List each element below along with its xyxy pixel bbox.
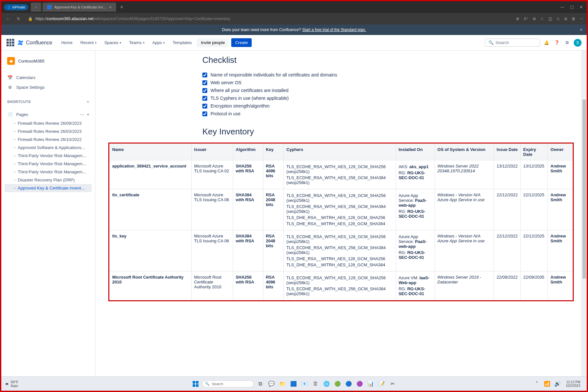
app-icon[interactable]: 📊 bbox=[366, 379, 375, 388]
bullet-icon: • bbox=[14, 138, 15, 141]
minimize-icon[interactable]: — bbox=[560, 5, 564, 9]
shortcuts-header: SHORTCUTS + bbox=[5, 97, 92, 106]
confluence-logo[interactable]: Confluence bbox=[17, 39, 52, 46]
sidebar-page-link[interactable]: •Firewall Rules Review 26/09/2023 bbox=[5, 119, 92, 127]
read-aloud-icon[interactable]: A⁺ bbox=[524, 17, 528, 21]
checkbox[interactable] bbox=[202, 88, 207, 93]
key-inventory-title: Key Inventory bbox=[202, 127, 559, 137]
checkbox[interactable] bbox=[202, 111, 207, 116]
bullet-icon: • bbox=[14, 162, 15, 165]
start-icon[interactable] bbox=[191, 379, 200, 388]
more-icon[interactable]: ⋯ bbox=[580, 17, 583, 21]
back-icon[interactable]: ← bbox=[5, 15, 12, 22]
nav-templates[interactable]: Templates bbox=[170, 38, 194, 47]
checklist-item: TLS Cyphers in use (where applicable) bbox=[202, 94, 559, 102]
checkbox[interactable] bbox=[202, 80, 207, 85]
checklist-title: Checklist bbox=[202, 55, 559, 65]
sidebar-page-link[interactable]: •Third-Party Vendor Risk Managem… bbox=[5, 152, 92, 160]
browser-titlebar: 👤 InPrivate ▫ Approved Key & Certificate… bbox=[1, 1, 587, 13]
tray-volume-icon[interactable]: 🔊 bbox=[553, 379, 562, 388]
translate-icon[interactable]: ⧉ bbox=[533, 17, 536, 21]
table-row: tls_keyMicrosoft Azure TLS Issuing CA 06… bbox=[110, 230, 573, 271]
gear-icon: ⚙ bbox=[7, 84, 13, 90]
checkbox[interactable] bbox=[202, 104, 207, 109]
sidebar-page-link[interactable]: •Third-Party Vendor Risk Managem… bbox=[5, 168, 92, 176]
nav-apps[interactable]: Apps▾ bbox=[150, 38, 168, 47]
extensions-icon[interactable]: ⊞ bbox=[572, 17, 575, 21]
sidebar-page-link[interactable]: •Approved Software & Applications… bbox=[5, 144, 92, 152]
taskview-icon[interactable]: ⧉ bbox=[256, 379, 265, 388]
collections-icon[interactable]: ⧉ bbox=[564, 17, 567, 21]
nav-spaces[interactable]: Spaces▾ bbox=[102, 38, 124, 47]
taskbar-clock[interactable]: 12:12 PM 10/2/2023 bbox=[563, 380, 583, 387]
space-name[interactable]: ◆ ContosoM365 bbox=[5, 54, 92, 67]
app-icon[interactable]: 📝 bbox=[377, 379, 386, 388]
app-icon[interactable]: ✂ bbox=[388, 379, 397, 388]
svg-rect-1 bbox=[196, 381, 198, 384]
refresh-icon[interactable]: ↻ bbox=[15, 15, 22, 22]
weather-icon: 🌧 bbox=[5, 382, 9, 386]
add-page-icon[interactable]: + bbox=[87, 112, 89, 117]
checkbox[interactable] bbox=[202, 73, 207, 77]
sidebar-page-link[interactable]: •Firewall Rules Review 26/10/2022 bbox=[5, 135, 92, 144]
taskbar-search[interactable]: Search bbox=[202, 380, 254, 387]
taskbar-weather[interactable]: 🌧 58°F Rain bbox=[5, 380, 18, 388]
sidebar-space-settings[interactable]: ⚙ Space Settings bbox=[5, 82, 92, 92]
nav-recent[interactable]: Recent▾ bbox=[78, 38, 99, 47]
tray-wifi-icon[interactable]: 📶 bbox=[543, 379, 552, 388]
scrollbar-thumb[interactable] bbox=[582, 99, 586, 279]
add-shortcut-icon[interactable]: + bbox=[87, 100, 89, 104]
app-icon[interactable]: 📁 bbox=[278, 379, 287, 388]
app-icon[interactable]: 🗓 bbox=[311, 379, 320, 388]
left-sidebar: ◆ ContosoM365 📅 Calendars ⚙ Space Settin… bbox=[1, 51, 95, 376]
nav-home[interactable]: Home bbox=[59, 38, 75, 47]
app-switcher-icon[interactable] bbox=[6, 39, 14, 47]
tray-chevron-icon[interactable]: ˄ bbox=[532, 379, 541, 388]
user-avatar[interactable]: S bbox=[574, 39, 582, 47]
app-icon[interactable]: 🌐 bbox=[322, 379, 331, 388]
sidebar-page-link[interactable]: •Third-Party Vendor Risk Managem… bbox=[5, 160, 92, 168]
sidebar-page-link[interactable]: •Disaster Recovery Plan (DRP) bbox=[5, 176, 92, 184]
app-icon[interactable]: 📧 bbox=[300, 379, 309, 388]
help-icon[interactable]: ❓ bbox=[553, 39, 561, 47]
app-icon[interactable]: 🟦 bbox=[289, 379, 298, 388]
nav-teams[interactable]: Teams▾ bbox=[126, 38, 147, 47]
maximize-icon[interactable]: ▢ bbox=[570, 5, 574, 9]
bullet-icon: • bbox=[14, 187, 15, 190]
tab-new-page[interactable]: ▫ bbox=[31, 3, 41, 12]
banner-link[interactable]: Start a free trial of the Standard plan. bbox=[302, 28, 366, 32]
settings-icon[interactable]: ⚙ bbox=[563, 39, 571, 47]
pages-header[interactable]: Pages bbox=[16, 112, 28, 117]
app-icon[interactable]: 💬 bbox=[267, 379, 276, 388]
app-icon[interactable]: 🔵 bbox=[344, 379, 353, 388]
close-icon[interactable]: ✕ bbox=[580, 28, 583, 32]
bullet-icon: • bbox=[14, 130, 15, 133]
split-icon[interactable]: ◫ bbox=[548, 17, 552, 21]
banner-text: Does your team need more from Confluence… bbox=[222, 28, 301, 32]
column-header: Expiry Date bbox=[521, 144, 548, 160]
bullet-icon: • bbox=[14, 170, 15, 173]
close-window-icon[interactable]: ✕ bbox=[580, 5, 583, 9]
app-icon[interactable]: 🟢 bbox=[333, 379, 342, 388]
sidebar-page-link[interactable]: •Approved Key & Certificate Invent… bbox=[5, 184, 92, 192]
checkbox[interactable] bbox=[202, 96, 207, 101]
create-button[interactable]: Create bbox=[231, 38, 252, 47]
zoom-icon[interactable]: ⊕ bbox=[516, 17, 519, 21]
sidebar-page-link[interactable]: •Firewall Rules Review 26/03/2023 bbox=[5, 127, 92, 135]
page-content: Checklist Name of responsible individual… bbox=[95, 51, 587, 376]
invite-people-button[interactable]: Invite people bbox=[197, 38, 229, 47]
browser-tab[interactable]: Approved Key & Certificate Inv… × bbox=[42, 3, 116, 12]
notifications-icon[interactable]: 🔔 bbox=[543, 39, 550, 47]
scrollbar[interactable] bbox=[582, 51, 587, 376]
new-tab-button[interactable]: + bbox=[118, 4, 125, 10]
svg-rect-3 bbox=[196, 384, 198, 387]
favorite-icon[interactable]: ☆ bbox=[540, 17, 544, 21]
close-icon[interactable]: × bbox=[109, 5, 112, 10]
favorites-bar-icon[interactable]: ✩ bbox=[557, 17, 560, 21]
sidebar-calendars[interactable]: 📅 Calendars bbox=[5, 73, 92, 82]
page-more-icon[interactable]: ⋯ bbox=[80, 112, 84, 117]
column-header: Algorithm bbox=[233, 144, 263, 160]
url-input[interactable]: 🔒 https://contosom365.atlassian.net/wiki… bbox=[25, 15, 513, 22]
app-icon[interactable]: 🟣 bbox=[355, 379, 364, 388]
search-input[interactable]: 🔍 Search bbox=[485, 39, 540, 47]
